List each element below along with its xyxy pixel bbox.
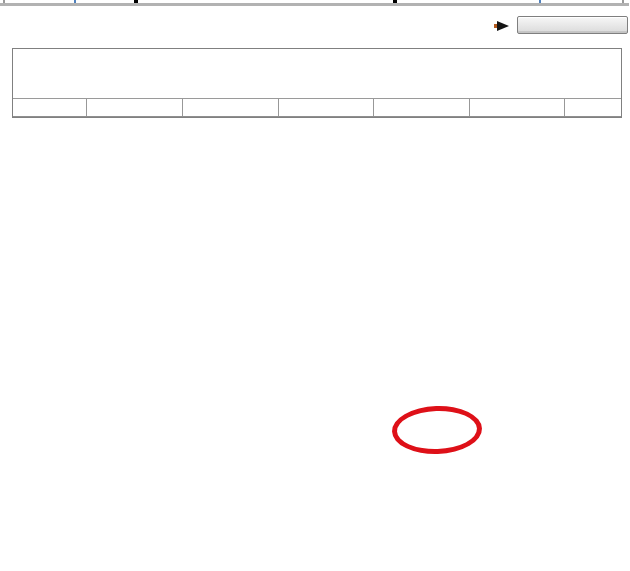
clipped-row-border	[0, 3, 629, 6]
dotted-leader	[353, 20, 489, 34]
red-circle-annotation	[391, 404, 483, 455]
arrow-head	[497, 21, 509, 31]
quickzoom-arrow-icon	[494, 21, 512, 31]
table-title	[13, 52, 621, 69]
form-view	[0, 0, 630, 571]
column-header-adj-gain-loss	[470, 99, 565, 116]
brokerage-summary-table	[12, 48, 622, 118]
quickzoom-button[interactable]	[517, 16, 628, 34]
column-header-cost-basis	[183, 99, 279, 116]
column-header-proceeds	[87, 99, 183, 116]
column-header-8949-box	[13, 99, 87, 116]
table-subtitle-line-1	[13, 69, 621, 83]
table-subtitle-line-2	[13, 83, 621, 97]
column-header-codes	[565, 99, 621, 116]
table-title-block	[13, 49, 621, 99]
column-header-gain-loss	[279, 99, 374, 116]
column-header-adjustment-amt	[374, 99, 470, 116]
clipped-previous-row	[0, 0, 630, 6]
table-header-row	[13, 99, 621, 117]
